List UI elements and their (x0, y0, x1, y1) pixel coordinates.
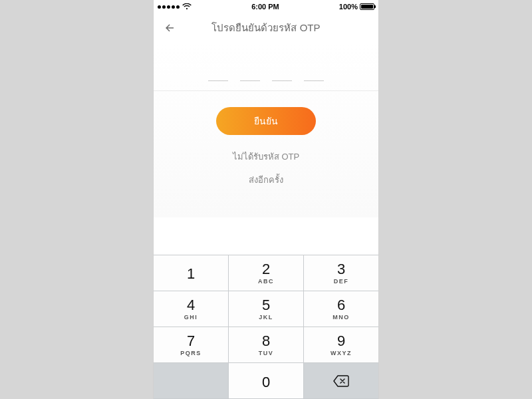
keypad-key-8-letters: TUV (259, 350, 274, 356)
keypad-key-blank (154, 363, 229, 399)
keypad-key-7-letters: PQRS (180, 350, 201, 356)
keypad-key-7-num: 7 (187, 334, 195, 348)
keypad-key-9-letters: WXYZ (331, 350, 352, 356)
keypad-key-6-num: 6 (337, 298, 345, 313)
otp-digit-4[interactable] (304, 65, 324, 81)
status-left (158, 3, 192, 10)
content-area: ยืนยัน ไม่ได้รับรหัส OTP ส่งอีกครั้ง (154, 43, 378, 217)
keypad-key-backspace[interactable] (304, 363, 378, 399)
keypad-key-8[interactable]: 8TUV (229, 327, 304, 363)
keypad-key-2-num: 2 (262, 262, 270, 277)
keypad-key-4-letters: GHI (184, 314, 198, 321)
phone-frame: 6:00 PM 100% โปรดยืนยันด้วยรหัส OTP ยืนย… (154, 0, 378, 399)
backspace-icon (332, 375, 350, 387)
keypad-key-4-num: 4 (187, 298, 195, 313)
keypad-key-1-num: 1 (187, 267, 195, 281)
otp-input-group (154, 65, 378, 81)
keypad-key-0-num: 0 (262, 375, 270, 390)
numeric-keypad: 1 2ABC 3DEF 4GHI 5JKL 6MNO 7PQRS 8TUV 9W… (154, 255, 378, 399)
keypad-key-5[interactable]: 5JKL (229, 291, 304, 327)
keypad-key-8-num: 8 (262, 334, 270, 348)
battery-percent: 100% (339, 3, 358, 11)
keypad-key-9-num: 9 (337, 334, 345, 348)
otp-digit-2[interactable] (240, 65, 260, 81)
wifi-icon (182, 3, 192, 10)
status-bar: 6:00 PM 100% (154, 0, 378, 13)
keypad-key-3-num: 3 (337, 262, 345, 277)
signal-strength-icon (158, 5, 180, 9)
keypad-key-2-letters: ABC (258, 278, 274, 285)
keypad-key-4[interactable]: 4GHI (154, 291, 229, 327)
keypad-key-5-num: 5 (262, 298, 270, 313)
battery-icon (360, 3, 374, 10)
keypad-key-9[interactable]: 9WXYZ (304, 327, 378, 363)
divider (154, 90, 378, 91)
keypad-key-3[interactable]: 3DEF (304, 255, 378, 291)
arrow-left-icon (164, 22, 176, 34)
keypad-key-1[interactable]: 1 (154, 255, 229, 291)
keypad-key-2[interactable]: 2ABC (229, 255, 304, 291)
page-title: โปรดยืนยันด้วยรหัส OTP (154, 20, 378, 36)
keypad-key-7[interactable]: 7PQRS (154, 327, 229, 363)
keypad-key-3-letters: DEF (334, 278, 349, 285)
status-right: 100% (339, 3, 374, 11)
keypad-key-5-letters: JKL (259, 314, 273, 321)
keypad-key-6[interactable]: 6MNO (304, 291, 378, 327)
not-received-label: ไม่ได้รับรหัส OTP (154, 150, 378, 164)
otp-digit-3[interactable] (272, 65, 292, 81)
status-time: 6:00 PM (251, 3, 279, 11)
nav-header: โปรดยืนยันด้วยรหัส OTP (154, 13, 378, 43)
resend-link[interactable]: ส่งอีกครั้ง (154, 173, 378, 217)
otp-digit-1[interactable] (208, 65, 228, 81)
confirm-button[interactable]: ยืนยัน (216, 107, 316, 135)
keypad-key-6-letters: MNO (332, 314, 350, 321)
keypad-key-0[interactable]: 0 (229, 363, 304, 399)
back-button[interactable] (160, 19, 179, 37)
